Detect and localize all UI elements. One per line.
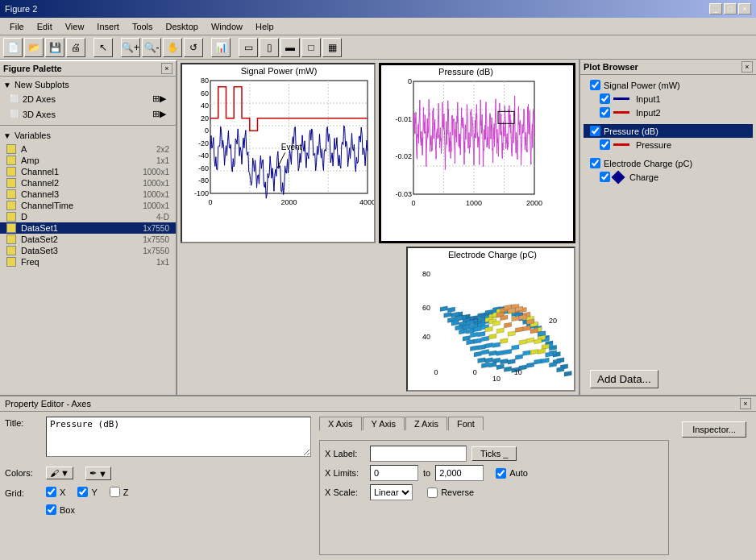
browser-input2[interactable]: Input2 <box>584 106 753 119</box>
zoom-out-btn[interactable]: 🔍- <box>142 38 161 57</box>
plot-type4-btn[interactable]: □ <box>301 38 321 57</box>
x-label-label: X Label: <box>325 449 365 458</box>
var-channel2[interactable]: Channel2 1000x1 <box>0 177 176 189</box>
x-scale-row: X Scale: Linear Log Reverse <box>325 484 663 500</box>
var-dataset3-icon <box>6 246 16 255</box>
browser-input1-check[interactable] <box>600 93 610 104</box>
x-auto-checkbox[interactable] <box>496 468 506 479</box>
var-channeltime[interactable]: ChannelTime 1000x1 <box>0 200 176 211</box>
property-editor-close[interactable]: × <box>740 398 751 409</box>
grid-x-checkbox[interactable] <box>46 487 56 497</box>
select-btn[interactable]: ↖ <box>93 38 113 57</box>
browser-input2-check[interactable] <box>600 107 610 118</box>
electrode-charge-plot[interactable] <box>406 247 575 392</box>
plot-type1-btn[interactable]: ▭ <box>239 38 258 57</box>
plot-browser-close[interactable]: × <box>741 61 753 73</box>
browser-pressure-db[interactable]: Pressure (dB) <box>584 124 753 138</box>
x-label-input[interactable] <box>370 446 467 462</box>
menu-bar: File Edit View Insert Tools Desktop Wind… <box>0 18 756 35</box>
figure-palette-close[interactable]: × <box>161 63 172 74</box>
plot-type2-btn[interactable]: ▯ <box>260 38 279 57</box>
plot-type3-btn[interactable]: ▬ <box>280 38 300 57</box>
browser-pressure-check[interactable] <box>600 139 610 150</box>
foreground-color-btn[interactable]: 🖌 ▼ <box>46 467 73 479</box>
save-btn[interactable]: 💾 <box>45 38 64 57</box>
menu-insert[interactable]: Insert <box>90 20 126 33</box>
add-data-button[interactable]: Add Data... <box>590 370 658 388</box>
var-channeltime-icon <box>6 201 16 210</box>
var-channel3[interactable]: Channel3 1000x1 <box>0 189 176 200</box>
fg-dropdown-icon: ▼ <box>60 468 69 478</box>
prop-right-panel: X Axis Y Axis Z Axis Font X Label: Ticks… <box>319 417 669 555</box>
open-btn[interactable]: 📂 <box>24 38 44 57</box>
var-freq-icon <box>6 257 16 267</box>
property-editor-title: Property Editor - Axes <box>5 399 91 409</box>
var-channel1[interactable]: Channel1 1000x1 <box>0 166 176 177</box>
insert-legend-btn[interactable]: 📊 <box>211 38 231 57</box>
new-subplots-toggle[interactable]: ▼ New Subplots <box>3 78 172 91</box>
x-reverse-checkbox[interactable] <box>427 487 438 498</box>
browser-charge[interactable]: Charge <box>584 170 753 184</box>
var-dataset3[interactable]: DataSet3 1x7550 <box>0 245 176 256</box>
rotate-btn[interactable]: ↺ <box>184 38 203 57</box>
electrode-spacer <box>181 247 403 392</box>
browser-input2-label: Input2 <box>636 108 661 118</box>
tab-y-axis[interactable]: Y Axis <box>363 417 405 430</box>
browser-charge-check[interactable] <box>600 172 610 182</box>
axes-3d-item[interactable]: ⬜ 3D Axes ⊞▶ <box>3 106 172 122</box>
var-dataset1[interactable]: DataSet1 1x7550 <box>0 222 176 234</box>
inspector-container: Inspector... <box>677 417 751 555</box>
browser-pressure-db-check[interactable] <box>590 126 600 136</box>
var-freq[interactable]: Freq 1x1 <box>0 256 176 268</box>
grid-y-checkbox[interactable] <box>77 487 88 497</box>
menu-file[interactable]: File <box>3 20 31 33</box>
menu-help[interactable]: Help <box>249 20 280 33</box>
ticks-button[interactable]: Ticks _ <box>471 446 517 461</box>
variables-section: ▼ Variables <box>0 127 176 143</box>
browser-input1[interactable]: Input1 <box>584 92 753 106</box>
menu-desktop[interactable]: Desktop <box>160 20 205 33</box>
tab-font[interactable]: Font <box>448 417 484 430</box>
var-d[interactable]: D 4-D <box>0 211 176 222</box>
var-a[interactable]: A 2x2 <box>0 143 176 155</box>
plot-type5-btn[interactable]: ▦ <box>322 38 342 57</box>
variables-toggle[interactable]: ▼ Variables <box>3 129 172 142</box>
var-dataset2[interactable]: DataSet2 1x7550 <box>0 234 176 245</box>
close-button[interactable]: × <box>738 3 751 15</box>
tab-x-axis[interactable]: X Axis <box>319 417 362 431</box>
background-color-btn[interactable]: ✒ ▼ <box>85 467 111 480</box>
print-btn[interactable]: 🖨 <box>66 38 85 57</box>
pan-btn[interactable]: ✋ <box>163 38 182 57</box>
maximize-button[interactable]: □ <box>724 3 737 15</box>
axes-2d-item[interactable]: ⬜ 2D Axes ⊞▶ <box>3 91 172 106</box>
menu-tools[interactable]: Tools <box>126 20 160 33</box>
menu-edit[interactable]: Edit <box>31 20 59 33</box>
minimize-button[interactable]: _ <box>709 3 722 15</box>
tab-z-axis[interactable]: Z Axis <box>405 417 447 430</box>
main-area: Figure Palette × ▼ New Subplots ⬜ 2D Axe… <box>0 60 756 395</box>
zoom-in-btn[interactable]: 🔍+ <box>121 38 140 57</box>
plot-browser: Plot Browser × Signal Power (mW) Input1 … <box>579 60 756 395</box>
grid-z-checkbox[interactable] <box>110 487 120 497</box>
new-subplots-section: ▼ New Subplots ⬜ 2D Axes ⊞▶ ⬜ 3D Axes ⊞▶ <box>0 77 176 123</box>
signal-power-plot[interactable] <box>181 63 376 243</box>
title-input[interactable]: Pressure (dB) <box>46 417 311 457</box>
var-amp[interactable]: Amp 1x1 <box>0 155 176 166</box>
browser-signal-power[interactable]: Signal Power (mW) <box>584 78 753 92</box>
new-btn[interactable]: 📄 <box>3 38 23 57</box>
browser-signal-power-check[interactable] <box>590 80 600 90</box>
x-limits-from-input[interactable] <box>370 465 418 481</box>
inspector-button[interactable]: Inspector... <box>682 421 746 438</box>
browser-electrode-check[interactable] <box>590 158 600 168</box>
box-checkbox[interactable] <box>46 504 56 515</box>
menu-view[interactable]: View <box>59 20 91 33</box>
figure-palette-title: Figure Palette <box>3 64 62 73</box>
box-spacer <box>5 504 41 506</box>
pressure-plot[interactable] <box>379 63 575 243</box>
browser-pressure[interactable]: Pressure <box>584 138 753 151</box>
x-scale-select[interactable]: Linear Log <box>370 484 413 500</box>
x-limits-to-input[interactable] <box>435 465 484 481</box>
menu-window[interactable]: Window <box>205 20 249 33</box>
browser-electrode-charge[interactable]: Electrode Charge (pC) <box>584 156 753 170</box>
variables-label: Variables <box>15 131 51 140</box>
